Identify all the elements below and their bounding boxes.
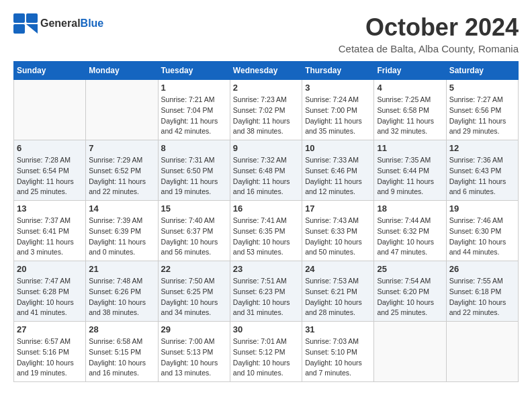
day-info: Sunrise: 6:57 AM Sunset: 5:16 PM Dayligh…: [17, 336, 83, 379]
day-info: Sunrise: 7:23 AM Sunset: 7:02 PM Dayligh…: [233, 95, 299, 137]
weekday-header-sunday: Sunday: [14, 62, 86, 80]
day-info: Sunrise: 7:55 AM Sunset: 6:18 PM Dayligh…: [449, 276, 515, 318]
calendar-cell: 25Sunrise: 7:54 AM Sunset: 6:20 PM Dayli…: [374, 261, 446, 322]
calendar-cell: [14, 80, 86, 140]
calendar-cell: 9Sunrise: 7:32 AM Sunset: 6:48 PM Daylig…: [230, 140, 302, 201]
day-info: Sunrise: 7:50 AM Sunset: 6:25 PM Dayligh…: [161, 276, 227, 318]
day-info: Sunrise: 7:54 AM Sunset: 6:20 PM Dayligh…: [377, 276, 443, 318]
calendar-cell: 31Sunrise: 7:03 AM Sunset: 5:10 PM Dayli…: [302, 322, 374, 382]
week-row-5: 27Sunrise: 6:57 AM Sunset: 5:16 PM Dayli…: [14, 322, 519, 382]
day-number: 13: [17, 203, 83, 214]
calendar-cell: 10Sunrise: 7:33 AM Sunset: 6:46 PM Dayli…: [302, 140, 374, 201]
day-number: 19: [449, 203, 515, 214]
day-number: 25: [377, 264, 443, 274]
svg-rect-0: [13, 13, 25, 23]
day-number: 23: [233, 264, 299, 274]
day-number: 2: [233, 83, 299, 93]
title-section: October 2024 Cetatea de Balta, Alba Coun…: [339, 13, 519, 54]
svg-marker-3: [26, 24, 38, 34]
day-number: 15: [161, 203, 227, 214]
calendar-cell: 19Sunrise: 7:46 AM Sunset: 6:30 PM Dayli…: [446, 201, 518, 261]
calendar-cell: 1Sunrise: 7:21 AM Sunset: 7:04 PM Daylig…: [158, 80, 230, 140]
day-number: 4: [377, 83, 443, 93]
week-row-3: 13Sunrise: 7:37 AM Sunset: 6:41 PM Dayli…: [14, 201, 519, 261]
week-row-1: 1Sunrise: 7:21 AM Sunset: 7:04 PM Daylig…: [14, 80, 519, 140]
day-info: Sunrise: 7:37 AM Sunset: 6:41 PM Dayligh…: [17, 216, 83, 258]
logo-icon: [13, 13, 38, 34]
day-info: Sunrise: 7:41 AM Sunset: 6:35 PM Dayligh…: [233, 216, 299, 258]
calendar-cell: 13Sunrise: 7:37 AM Sunset: 6:41 PM Dayli…: [14, 201, 86, 261]
day-number: 24: [305, 264, 371, 274]
logo: GeneralBlue: [13, 13, 103, 34]
weekday-header-monday: Monday: [86, 62, 158, 80]
day-number: 7: [89, 143, 154, 153]
calendar-cell: [374, 322, 446, 382]
calendar-cell: 2Sunrise: 7:23 AM Sunset: 7:02 PM Daylig…: [230, 80, 302, 140]
day-number: 17: [305, 203, 371, 214]
week-row-2: 6Sunrise: 7:28 AM Sunset: 6:54 PM Daylig…: [14, 140, 519, 201]
day-info: Sunrise: 7:29 AM Sunset: 6:52 PM Dayligh…: [89, 155, 154, 197]
day-number: 31: [305, 324, 371, 334]
day-info: Sunrise: 6:58 AM Sunset: 5:15 PM Dayligh…: [89, 336, 154, 379]
weekday-header-tuesday: Tuesday: [158, 62, 230, 80]
logo-general-text: General: [40, 17, 81, 29]
day-info: Sunrise: 7:28 AM Sunset: 6:54 PM Dayligh…: [17, 155, 83, 197]
day-info: Sunrise: 7:01 AM Sunset: 5:12 PM Dayligh…: [233, 336, 299, 379]
day-number: 22: [161, 264, 227, 274]
day-info: Sunrise: 7:46 AM Sunset: 6:30 PM Dayligh…: [449, 216, 515, 258]
day-number: 1: [161, 83, 227, 93]
day-info: Sunrise: 7:44 AM Sunset: 6:32 PM Dayligh…: [377, 216, 443, 258]
calendar-cell: 15Sunrise: 7:40 AM Sunset: 6:37 PM Dayli…: [158, 201, 230, 261]
calendar-cell: [446, 322, 518, 382]
calendar-cell: 26Sunrise: 7:55 AM Sunset: 6:18 PM Dayli…: [446, 261, 518, 322]
day-info: Sunrise: 7:00 AM Sunset: 5:13 PM Dayligh…: [161, 336, 227, 379]
logo-blue-text: Blue: [81, 17, 104, 29]
day-info: Sunrise: 7:21 AM Sunset: 7:04 PM Dayligh…: [161, 95, 227, 137]
day-info: Sunrise: 7:31 AM Sunset: 6:50 PM Dayligh…: [161, 155, 227, 197]
month-title: October 2024: [339, 13, 519, 42]
calendar-cell: 3Sunrise: 7:24 AM Sunset: 7:00 PM Daylig…: [302, 80, 374, 140]
weekday-header-saturday: Saturday: [446, 62, 518, 80]
calendar-cell: 20Sunrise: 7:47 AM Sunset: 6:28 PM Dayli…: [14, 261, 86, 322]
calendar-cell: 30Sunrise: 7:01 AM Sunset: 5:12 PM Dayli…: [230, 322, 302, 382]
calendar-cell: 8Sunrise: 7:31 AM Sunset: 6:50 PM Daylig…: [158, 140, 230, 201]
day-number: 3: [305, 83, 371, 93]
day-number: 12: [449, 143, 515, 153]
day-number: 16: [233, 203, 299, 214]
calendar-cell: 5Sunrise: 7:27 AM Sunset: 6:56 PM Daylig…: [446, 80, 518, 140]
day-info: Sunrise: 7:27 AM Sunset: 6:56 PM Dayligh…: [449, 95, 515, 137]
weekday-header-wednesday: Wednesday: [230, 62, 302, 80]
day-number: 28: [89, 324, 154, 334]
day-info: Sunrise: 7:47 AM Sunset: 6:28 PM Dayligh…: [17, 276, 83, 318]
calendar-cell: 23Sunrise: 7:51 AM Sunset: 6:23 PM Dayli…: [230, 261, 302, 322]
day-number: 8: [161, 143, 227, 153]
day-number: 14: [89, 203, 154, 214]
weekday-header-friday: Friday: [374, 62, 446, 80]
day-number: 29: [161, 324, 227, 334]
day-info: Sunrise: 7:03 AM Sunset: 5:10 PM Dayligh…: [305, 336, 371, 379]
day-number: 6: [17, 143, 83, 153]
calendar-cell: 16Sunrise: 7:41 AM Sunset: 6:35 PM Dayli…: [230, 201, 302, 261]
day-info: Sunrise: 7:32 AM Sunset: 6:48 PM Dayligh…: [233, 155, 299, 197]
calendar-cell: 29Sunrise: 7:00 AM Sunset: 5:13 PM Dayli…: [158, 322, 230, 382]
calendar-cell: 7Sunrise: 7:29 AM Sunset: 6:52 PM Daylig…: [86, 140, 158, 201]
calendar-cell: 14Sunrise: 7:39 AM Sunset: 6:39 PM Dayli…: [86, 201, 158, 261]
day-info: Sunrise: 7:40 AM Sunset: 6:37 PM Dayligh…: [161, 216, 227, 258]
calendar-table: SundayMondayTuesdayWednesdayThursdayFrid…: [13, 61, 519, 382]
day-number: 27: [17, 324, 83, 334]
page-header: GeneralBlue October 2024 Cetatea de Balt…: [13, 13, 519, 54]
day-info: Sunrise: 7:25 AM Sunset: 6:58 PM Dayligh…: [377, 95, 443, 137]
weekday-header-thursday: Thursday: [302, 62, 374, 80]
calendar-cell: 22Sunrise: 7:50 AM Sunset: 6:25 PM Dayli…: [158, 261, 230, 322]
day-info: Sunrise: 7:43 AM Sunset: 6:33 PM Dayligh…: [305, 216, 371, 258]
day-info: Sunrise: 7:24 AM Sunset: 7:00 PM Dayligh…: [305, 95, 371, 137]
calendar-cell: 24Sunrise: 7:53 AM Sunset: 6:21 PM Dayli…: [302, 261, 374, 322]
day-info: Sunrise: 7:53 AM Sunset: 6:21 PM Dayligh…: [305, 276, 371, 318]
calendar-cell: 18Sunrise: 7:44 AM Sunset: 6:32 PM Dayli…: [374, 201, 446, 261]
location-subtitle: Cetatea de Balta, Alba County, Romania: [339, 43, 519, 54]
day-number: 11: [377, 143, 443, 153]
calendar-cell: 6Sunrise: 7:28 AM Sunset: 6:54 PM Daylig…: [14, 140, 86, 201]
day-number: 10: [305, 143, 371, 153]
day-number: 21: [89, 264, 154, 274]
day-number: 5: [449, 83, 515, 93]
